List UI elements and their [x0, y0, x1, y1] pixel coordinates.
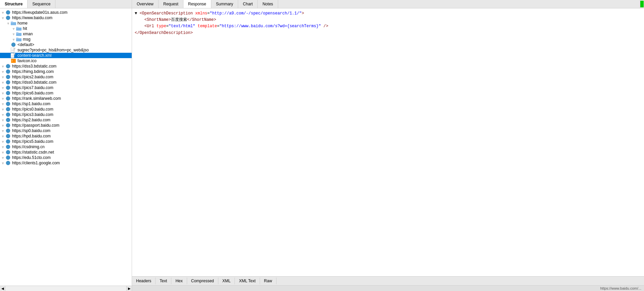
expander-4[interactable]: ▿ — [11, 27, 16, 31]
expander-26[interactable]: ▿ — [0, 145, 5, 149]
node-text-27: https://statistic.csdn.net — [12, 150, 54, 155]
tree-node-26[interactable]: ▿https://csdnimg.cn — [0, 144, 132, 150]
tree-node-4[interactable]: ▿hit — [0, 26, 132, 31]
expander-16[interactable]: ▿ — [0, 91, 5, 95]
tab-chart[interactable]: Chart — [238, 0, 258, 8]
expander-25[interactable]: ▿ — [0, 140, 5, 143]
tree-node-15[interactable]: ▿https://pics7.baidu.com — [0, 85, 132, 90]
expander-21[interactable]: ▿ — [0, 118, 5, 122]
tree-node-7[interactable]: <default> — [0, 42, 132, 47]
expander-27[interactable]: ▿ — [0, 151, 5, 154]
globe-icon — [5, 107, 11, 112]
tree-node-14[interactable]: ▿https://dss0.bdstatic.com — [0, 80, 132, 85]
expander-9[interactable] — [5, 54, 11, 57]
tree-node-17[interactable]: ▿https://rank.similarweb.com — [0, 96, 132, 101]
tab-summary[interactable]: Summary — [211, 0, 238, 8]
bottom-tab-xml-text[interactable]: XML Text — [235, 278, 260, 284]
bottom-tab-compressed[interactable]: Compressed — [187, 278, 218, 284]
tree-node-1[interactable]: ▿https://liveupdate01s.asus.com — [0, 10, 132, 15]
expander-7[interactable] — [5, 43, 11, 47]
expander-11[interactable]: ▿ — [0, 65, 5, 68]
tree-node-12[interactable]: ▿https://himg.bdimg.com — [0, 69, 132, 74]
bottom-bar: Headers Text Hex Compressed XML XML Text… — [132, 276, 644, 285]
tree-node-8[interactable]: sugrec?prod=pc_his&from=pc_web&jso — [0, 47, 132, 53]
tree-node-16[interactable]: ▿https://pics6.baidu.com — [0, 90, 132, 96]
expander-29[interactable]: ▿ — [0, 161, 5, 165]
tree-node-19[interactable]: ▿https://pics0.baidu.com — [0, 107, 132, 112]
tab-sequence[interactable]: Sequence — [28, 0, 55, 8]
globe-icon — [5, 161, 11, 165]
tree-node-3[interactable]: ▿home — [0, 20, 132, 26]
expander-19[interactable]: ▿ — [0, 108, 5, 111]
expander-14[interactable]: ▿ — [0, 81, 5, 84]
expander-18[interactable]: ▿ — [0, 102, 5, 106]
node-text-11: https://dss3.bdstatic.com — [12, 64, 56, 69]
expander-17[interactable]: ▿ — [0, 97, 5, 100]
favicon-icon: f — [11, 58, 17, 63]
expander-24[interactable]: ▿ — [0, 134, 5, 138]
tab-response[interactable]: Response — [183, 0, 211, 8]
tree-node-29[interactable]: ▿https://clients1.google.com — [0, 160, 132, 166]
tree-node-6[interactable]: ▿msg — [0, 37, 132, 42]
expander-5[interactable]: ▿ — [11, 32, 16, 36]
expander-2[interactable]: ▿ — [0, 16, 5, 20]
expander-8[interactable] — [5, 48, 11, 52]
expander-28[interactable]: ▿ — [0, 156, 5, 160]
tree-node-28[interactable]: ▿https://edu.51cto.com — [0, 155, 132, 160]
tree-node-23[interactable]: ▿https://sp0.baidu.com — [0, 128, 132, 133]
bottom-tab-xml[interactable]: XML — [218, 278, 235, 284]
expander-20[interactable]: ▿ — [0, 113, 5, 117]
tree-node-11[interactable]: ▿https://dss3.bdstatic.com — [0, 64, 132, 69]
expander-12[interactable]: ▿ — [0, 70, 5, 74]
tab-overview[interactable]: Overview — [132, 0, 159, 8]
tree-node-5[interactable]: ▿xman — [0, 31, 132, 37]
tab-notes[interactable]: Notes — [258, 0, 278, 8]
tree-node-9[interactable]: content-search.xml — [0, 53, 132, 58]
bottom-tab-headers[interactable]: Headers — [132, 278, 156, 284]
tab-request[interactable]: Request — [159, 0, 183, 8]
tree-node-21[interactable]: ▿https://sp2.baidu.com — [0, 117, 132, 123]
expander-10[interactable] — [5, 59, 11, 63]
node-text-20: https://pics3.baidu.com — [12, 112, 53, 117]
node-text-22: https://passport.baidu.com — [12, 123, 59, 128]
node-text-25: https://pics5.baidu.com — [12, 139, 53, 144]
bottom-tab-raw[interactable]: Raw — [260, 278, 276, 284]
tree-node-24[interactable]: ▿https://hpd.baidu.com — [0, 133, 132, 139]
xml-line-2: <ShortName>百度搜索</ShortName> — [135, 17, 641, 23]
node-text-23: https://sp0.baidu.com — [12, 128, 50, 133]
tree-node-2[interactable]: ▿https://www.baidu.com — [0, 15, 132, 20]
globe-icon — [5, 118, 11, 122]
svg-rect-13 — [16, 27, 18, 28]
tree-node-27[interactable]: ▿https://statistic.csdn.net — [0, 150, 132, 155]
expander-3[interactable]: ▿ — [5, 22, 11, 25]
bottom-tab-hex[interactable]: Hex — [171, 278, 187, 284]
expander-22[interactable]: ▿ — [0, 124, 5, 127]
bottom-tab-text[interactable]: Text — [156, 278, 171, 284]
expander-13[interactable]: ▿ — [0, 75, 5, 79]
expander-1[interactable]: ▿ — [0, 11, 5, 14]
scroll-right-btn[interactable]: ▶ — [126, 286, 132, 291]
svg-rect-23 — [11, 48, 14, 52]
expander-6[interactable]: ▿ — [11, 38, 16, 41]
tree-node-18[interactable]: ▿https://sp1.baidu.com — [0, 101, 132, 107]
scroll-left-btn[interactable]: ◀ — [0, 286, 5, 291]
tree-node-20[interactable]: ▿https://pics3.baidu.com — [0, 112, 132, 117]
globe-icon — [5, 10, 11, 15]
globe-icon — [5, 144, 11, 149]
expander-15[interactable]: ▿ — [0, 86, 5, 90]
collapse-btn[interactable]: ▼ — [135, 11, 137, 16]
node-text-24: https://hpd.baidu.com — [12, 134, 51, 138]
folder-icon — [16, 37, 22, 42]
tab-structure[interactable]: Structure — [0, 0, 28, 8]
tree-container[interactable]: ▿https://liveupdate01s.asus.com▿https://… — [0, 8, 132, 286]
right-tabs: Overview Request Response Summary Chart … — [132, 0, 644, 8]
tree-node-10[interactable]: ffavicon.ico — [0, 58, 132, 64]
xml-line-1: ▼ <OpenSearchDescription xmlns="http://a… — [135, 10, 641, 17]
expander-23[interactable]: ▿ — [0, 129, 5, 133]
folder-icon — [16, 32, 22, 36]
tree-node-25[interactable]: ▿https://pics5.baidu.com — [0, 139, 132, 144]
tree-node-13[interactable]: ▿https://pics2.baidu.com — [0, 74, 132, 80]
tree-node-22[interactable]: ▿https://passport.baidu.com — [0, 123, 132, 128]
globe-icon — [5, 155, 11, 160]
globe-icon — [5, 128, 11, 133]
